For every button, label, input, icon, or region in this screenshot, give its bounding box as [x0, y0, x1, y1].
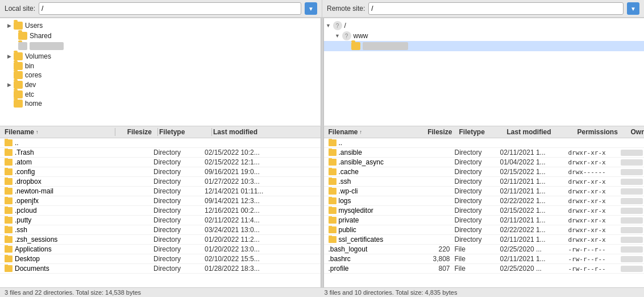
tree-item-root[interactable]: ▼ ? / [324, 20, 645, 31]
local-file-row[interactable]: Applications Directory 01/20/2022 13:0..… [0, 245, 321, 254]
local-file-row[interactable]: .pcloud Directory 12/16/2021 00:2... [0, 206, 321, 216]
local-filename-cell: .config [0, 168, 114, 176]
remote-filesize-cell: 220 [421, 245, 455, 253]
local-lastmod-cell: 02/15/2022 12:1... [205, 158, 321, 166]
tree-item-www-sub[interactable] [324, 41, 645, 51]
remote-filetype-cell: Directory [455, 226, 500, 234]
local-filetype-cell: Directory [153, 168, 205, 176]
remote-file-row[interactable]: .wp-cli Directory 02/11/2021 1... drwxr-… [324, 187, 645, 196]
sep1 [115, 128, 115, 136]
local-lastmod-cell: 01/27/2022 10:3... [205, 178, 321, 185]
remote-col-permissions-header[interactable]: Permissions [577, 128, 629, 136]
folder-icon-home [18, 42, 27, 50]
local-file-row[interactable]: Desktop Directory 02/10/2022 15:5... [0, 254, 321, 264]
remote-lastmod-cell: 02/11/2021 1... [500, 236, 568, 244]
remote-file-row[interactable]: .bashrc 3,808 File 02/11/2021 1... -rw-r… [324, 254, 645, 264]
small-folder-icon [5, 246, 13, 253]
remote-filetype-cell: Directory [455, 236, 500, 244]
remote-col-filesize-header[interactable]: Filesize [423, 128, 457, 136]
local-file-row[interactable]: .ssh Directory 03/24/2021 13:0... [0, 225, 321, 235]
local-col-filename-header[interactable]: Filename ↑ [0, 128, 114, 136]
remote-owner-cell [621, 208, 643, 214]
remote-file-row[interactable]: .. [324, 138, 645, 148]
remote-file-row[interactable]: .cache Directory 02/15/2022 1... drwx---… [324, 167, 645, 177]
local-file-row[interactable]: .putty Directory 02/11/2022 11:4... [0, 216, 321, 225]
tree-toggle-www[interactable]: ▼ [333, 31, 342, 40]
remote-col-lastmod-header[interactable]: Last modified [507, 128, 575, 136]
remote-permissions-cell: drwxr-xr-x [568, 236, 620, 244]
remote-lastmod-cell: 02/11/2021 1... [500, 255, 568, 263]
local-file-row[interactable]: .newton-mail Directory 12/14/2021 01:11.… [0, 187, 321, 196]
local-col-filesize-header[interactable]: Filesize [117, 128, 156, 136]
tree-item-cores[interactable]: cores [0, 71, 321, 80]
tree-toggle-home [9, 42, 18, 51]
remote-owner-cell [621, 159, 643, 166]
remote-permissions-cell: drwxr-xr-x [568, 178, 620, 185]
local-file-row[interactable]: .. [0, 138, 321, 148]
remote-file-row[interactable]: .bash_logout 220 File 02/25/2020 ... -rw… [324, 245, 645, 254]
local-filename-cell: .putty [0, 216, 114, 224]
remote-file-row[interactable]: mysqleditor Directory 02/15/2022 1... dr… [324, 206, 645, 216]
remote-file-row[interactable]: .ansible_async Directory 01/04/2022 1...… [324, 158, 645, 167]
remote-permissions-cell: drwxr-xr-x [568, 197, 620, 205]
remote-file-row[interactable]: private Directory 02/11/2021 1... drwxr-… [324, 216, 645, 225]
remote-file-row[interactable]: ssl_certificates Directory 02/11/2021 1.… [324, 235, 645, 245]
local-lastmod-cell: 02/15/2022 10:2... [205, 148, 321, 156]
remote-owner-cell [621, 188, 643, 195]
local-lastmod-cell: 03/24/2021 13:0... [205, 226, 321, 234]
local-file-row[interactable]: .config Directory 09/16/2021 19:0... [0, 167, 321, 177]
tree-item-dev[interactable]: ▶ dev [0, 80, 321, 90]
remote-col-filename-header[interactable]: Filename ↑ [324, 128, 421, 136]
remote-file-row[interactable]: public Directory 02/22/2022 1... drwxr-x… [324, 225, 645, 235]
local-col-lastmod-header[interactable]: Last modified [213, 128, 321, 136]
remote-owner-cell [621, 266, 643, 272]
remote-path-dropdown[interactable]: ▼ [627, 2, 639, 15]
tree-item-bin[interactable]: bin [0, 61, 321, 71]
remote-permissions-cell: -rw-r--r-- [568, 265, 620, 273]
tree-item-www[interactable]: ▼ ? www [324, 31, 645, 41]
tree-item-volumes[interactable]: ▶ Volumes [0, 51, 321, 61]
remote-permissions-cell: drwx------ [568, 168, 620, 176]
local-file-row[interactable]: .Trash Directory 02/15/2022 10:2... [0, 148, 321, 158]
tree-toggle-dev[interactable]: ▶ [5, 80, 14, 89]
sort-arrow-local: ↑ [36, 129, 39, 135]
tree-toggle-root[interactable]: ▼ [324, 21, 333, 30]
remote-filename-cell: logs [324, 197, 421, 205]
remote-col-filetype-header[interactable]: Filetype [459, 128, 505, 136]
remote-file-row[interactable]: .profile 807 File 02/25/2020 ... -rw-r--… [324, 264, 645, 274]
tree-item-users[interactable]: ▶ Users [0, 20, 321, 31]
local-file-row[interactable]: .atom Directory 02/15/2022 12:1... [0, 158, 321, 167]
local-file-panel: Filename ↑ Filesize Filetype Last modifi… [0, 126, 321, 287]
remote-file-row[interactable]: logs Directory 02/22/2022 1... drwxr-xr-… [324, 196, 645, 206]
sep2 [157, 128, 158, 136]
remote-filetype-cell: Directory [455, 207, 500, 214]
remote-filetype-cell: Directory [455, 197, 500, 205]
local-file-row[interactable]: Documents Directory 01/28/2022 18:3... [0, 264, 321, 274]
tree-toggle-volumes[interactable]: ▶ [5, 52, 14, 61]
local-file-row[interactable]: .openjfx Directory 09/14/2021 12:3... [0, 196, 321, 206]
tree-item-etc[interactable]: etc [0, 90, 321, 99]
local-filetype-cell: Directory [153, 245, 205, 253]
local-site-header: Local site: ▼ [0, 0, 322, 18]
tree-toggle-users[interactable]: ▶ [5, 21, 14, 30]
remote-path-input[interactable] [368, 2, 624, 15]
tree-item-shared[interactable]: Shared [0, 31, 321, 41]
local-lastmod-cell: 09/14/2021 12:3... [205, 197, 321, 205]
remote-file-row[interactable]: .ssh Directory 02/11/2021 1... drwxr-xr-… [324, 177, 645, 187]
remote-filesize-cell: 807 [421, 265, 455, 273]
small-folder-icon [5, 149, 13, 156]
remote-permissions-cell: -rw-r--r-- [568, 246, 620, 253]
local-file-row[interactable]: .zsh_sessions Directory 01/20/2022 11:2.… [0, 235, 321, 245]
remote-lastmod-cell: 02/15/2022 1... [500, 168, 568, 176]
tree-item-home[interactable]: home [0, 99, 321, 108]
local-lastmod-cell: 01/20/2022 13:0... [205, 245, 321, 253]
local-file-row[interactable]: .dropbox Directory 01/27/2022 10:3... [0, 177, 321, 187]
local-path-input[interactable] [39, 2, 301, 15]
remote-permissions-cell: -rw-r--r-- [568, 255, 620, 263]
local-col-filetype-header[interactable]: Filetype [159, 128, 210, 136]
local-path-dropdown[interactable]: ▼ [305, 2, 317, 15]
remote-col-owner-header[interactable]: Owner/Group [631, 128, 645, 136]
remote-filesize-cell: 3,808 [421, 255, 455, 263]
remote-file-row[interactable]: .ansible Directory 02/11/2021 1... drwxr… [324, 148, 645, 158]
tree-item-user-home[interactable] [0, 41, 321, 51]
